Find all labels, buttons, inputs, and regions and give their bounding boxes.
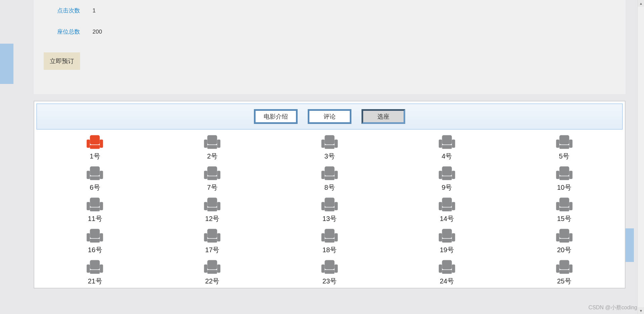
svg-rect-46 [217,202,221,210]
svg-rect-60 [90,229,100,238]
seat-3[interactable]: 3号 [271,134,388,161]
svg-rect-34 [452,171,455,179]
seat-16[interactable]: 16号 [36,227,154,255]
svg-rect-96 [559,260,569,270]
seat-24[interactable]: 24号 [388,259,505,286]
svg-rect-25 [204,171,207,179]
seat-label: 14号 [440,214,454,223]
content-container: 电影介绍评论选座 1号 2号 3号 4号 5号 6号 7号 [34,101,626,288]
svg-rect-58 [569,202,572,210]
seat-icon [556,227,573,243]
svg-rect-79 [559,239,569,242]
seat-10[interactable]: 10号 [505,165,623,192]
svg-rect-49 [321,202,325,210]
svg-rect-69 [321,233,325,241]
svg-rect-75 [442,239,452,242]
seat-label: 8号 [324,183,335,192]
svg-rect-92 [442,260,452,270]
svg-rect-4 [207,135,217,145]
seat-17[interactable]: 17号 [154,227,271,255]
svg-rect-7 [207,145,217,149]
seat-icon [203,227,221,243]
seat-label: 5号 [559,152,569,161]
svg-rect-91 [325,270,334,274]
tab-label: 评论 [324,113,336,121]
seat-14[interactable]: 14号 [388,196,505,223]
svg-rect-82 [100,265,103,273]
book-now-button[interactable]: 立即预订 [44,52,80,70]
seat-7[interactable]: 7号 [154,165,271,192]
seat-8[interactable]: 8号 [271,165,388,192]
svg-rect-26 [217,171,221,179]
seat-25[interactable]: 25号 [505,259,623,286]
seat-icon [86,259,104,275]
seat-label: 3号 [324,152,335,161]
seat-label: 15号 [557,214,571,223]
seat-9[interactable]: 9号 [388,165,505,192]
svg-rect-56 [559,198,569,207]
svg-rect-42 [100,202,103,210]
svg-rect-94 [452,265,455,273]
svg-rect-30 [335,171,338,179]
seat-icon [203,165,221,181]
seat-23[interactable]: 23号 [271,259,388,286]
seat-6[interactable]: 6号 [36,165,154,192]
svg-rect-31 [325,176,334,180]
seat-19[interactable]: 19号 [388,227,505,255]
seat-label: 22号 [205,277,219,286]
seat-icon [438,227,456,243]
svg-rect-59 [559,208,569,211]
seat-label: 12号 [205,214,219,223]
svg-rect-24 [207,167,217,176]
svg-rect-48 [325,198,334,207]
seat-13[interactable]: 13号 [271,196,388,223]
svg-rect-64 [207,229,217,238]
seat-icon [556,196,573,212]
svg-rect-14 [452,140,455,148]
tab-2[interactable]: 选座 [362,109,405,124]
svg-rect-84 [207,260,217,270]
seat-label: 13号 [323,214,337,223]
tabs-bar: 电影介绍评论选座 [36,103,623,130]
seat-icon [438,196,456,212]
seat-icon [203,134,221,150]
svg-rect-81 [87,265,90,273]
svg-rect-2 [100,140,103,148]
svg-rect-95 [442,270,452,274]
seat-20[interactable]: 20号 [505,227,623,255]
seat-15[interactable]: 15号 [505,196,623,223]
seat-22[interactable]: 22号 [154,259,271,286]
seat-label: 17号 [205,245,219,255]
svg-rect-43 [90,208,100,211]
info-panel: 点击次数 1 座位总数 200 立即预订 [34,0,626,94]
seat-21[interactable]: 21号 [36,259,154,286]
seat-icon [86,227,104,243]
seat-12[interactable]: 12号 [154,196,271,223]
svg-rect-1 [87,140,90,148]
svg-rect-83 [90,270,100,274]
svg-rect-36 [559,167,569,176]
seat-1[interactable]: 1号 [36,134,154,161]
svg-rect-47 [207,208,217,211]
svg-rect-40 [90,198,100,207]
seats-grid: 1号 2号 3号 4号 5号 6号 7号 8号 [36,130,623,286]
seat-11[interactable]: 11号 [36,196,154,223]
seat-label: 23号 [323,277,337,286]
seat-5[interactable]: 5号 [505,134,623,161]
seat-icon [86,196,104,212]
tab-0[interactable]: 电影介绍 [254,109,298,124]
svg-rect-65 [204,233,207,241]
scroll-down-icon[interactable]: ▼ [638,307,644,314]
svg-rect-37 [556,171,559,179]
click-count-label: 点击次数 [57,7,87,14]
seat-icon [438,259,456,275]
seat-2[interactable]: 2号 [154,134,271,161]
seat-label: 25号 [557,277,571,286]
seat-18[interactable]: 18号 [271,227,388,255]
tab-1[interactable]: 评论 [308,109,351,124]
seat-4[interactable]: 4号 [388,134,505,161]
tab-label: 选座 [377,113,389,121]
scroll-up-icon[interactable]: ▲ [638,0,644,7]
svg-rect-50 [335,202,338,210]
scrollbar[interactable]: ▲ ▼ [637,0,644,314]
